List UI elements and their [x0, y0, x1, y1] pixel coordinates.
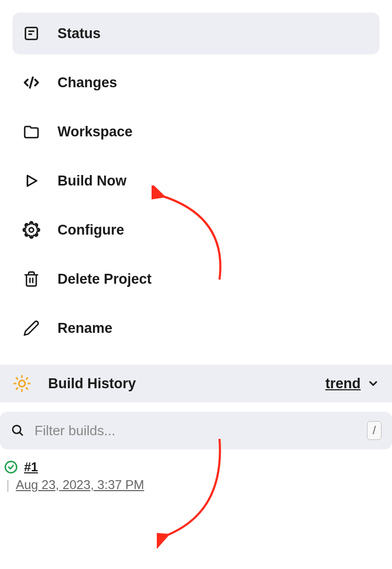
folder-icon [22, 122, 41, 141]
keyboard-shortcut-badge: / [367, 421, 382, 440]
sidebar-item-rename[interactable]: Rename [13, 307, 379, 349]
status-icon [22, 24, 41, 43]
filter-builds-input[interactable] [34, 423, 367, 439]
sidebar-item-label: Configure [57, 222, 124, 238]
svg-line-12 [26, 388, 27, 389]
sidebar-item-label: Status [57, 26, 101, 42]
build-history-header: Build History trend [0, 365, 392, 402]
success-icon [4, 460, 18, 474]
svg-line-18 [20, 433, 22, 435]
svg-line-15 [16, 388, 17, 389]
build-list: #1 | Aug 23, 2023, 3:37 PM [0, 460, 392, 492]
chevron-down-icon[interactable] [367, 377, 379, 390]
sidebar-item-label: Changes [57, 75, 117, 91]
build-number-link[interactable]: #1 [24, 460, 38, 474]
build-date-row: | Aug 23, 2023, 3:37 PM [4, 478, 388, 492]
sidebar-item-changes[interactable]: Changes [13, 62, 379, 103]
svg-point-5 [29, 228, 34, 233]
sidebar-item-delete-project[interactable]: Delete Project [13, 258, 379, 300]
trash-icon [22, 270, 41, 288]
svg-marker-4 [28, 176, 37, 186]
sidebar-item-label: Build Now [57, 173, 126, 189]
svg-line-3 [30, 77, 33, 88]
build-history-title: Build History [48, 376, 326, 392]
sidebar-item-label: Delete Project [57, 271, 152, 287]
svg-line-16 [26, 378, 27, 379]
sidebar-item-label: Rename [57, 320, 112, 336]
sidebar-item-label: Workspace [57, 124, 133, 140]
sidebar: Status Changes Workspace Build Now [0, 0, 392, 349]
svg-line-11 [16, 378, 17, 379]
sidebar-item-configure[interactable]: Configure [13, 209, 379, 251]
build-item[interactable]: #1 [4, 460, 388, 474]
play-icon [22, 171, 41, 190]
search-icon [10, 423, 25, 438]
trend-link[interactable]: trend [326, 376, 361, 392]
sun-icon [13, 374, 31, 393]
sidebar-item-workspace[interactable]: Workspace [13, 111, 379, 153]
filter-builds-bar[interactable]: / [0, 412, 392, 449]
sidebar-item-build-now[interactable]: Build Now [13, 160, 379, 202]
build-date-link[interactable]: Aug 23, 2023, 3:37 PM [16, 478, 144, 492]
pencil-icon [22, 319, 41, 338]
code-icon [22, 73, 41, 92]
pipe-separator: | [6, 478, 9, 492]
build-history-section: Build History trend / #1 [0, 365, 392, 492]
svg-point-8 [19, 380, 25, 387]
sidebar-item-status[interactable]: Status [13, 13, 379, 54]
gear-icon [22, 220, 41, 239]
